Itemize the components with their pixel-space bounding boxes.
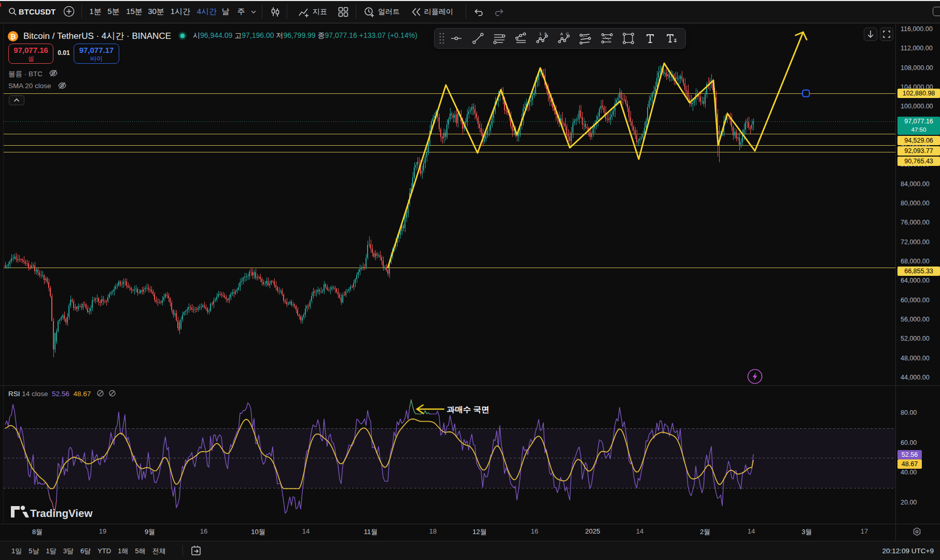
svg-text:과매수 국면: 과매수 국면 xyxy=(447,405,489,414)
svg-text:1: 1 xyxy=(539,32,542,36)
svg-text:TradingView: TradingView xyxy=(30,507,92,519)
svg-text:₿: ₿ xyxy=(10,33,16,40)
svg-text:C: C xyxy=(566,32,569,36)
svg-text:A: A xyxy=(560,32,563,36)
svg-text:5: 5 xyxy=(544,32,547,36)
